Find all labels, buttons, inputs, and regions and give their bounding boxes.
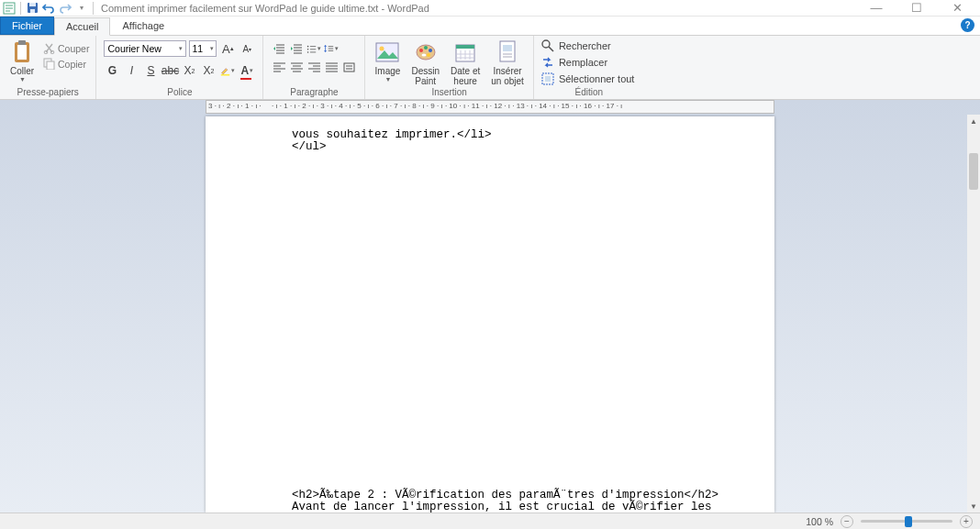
ribbon-tabs: Fichier Accueil Affichage ? — [0, 17, 980, 36]
qat-customize-icon[interactable]: ▾ — [74, 1, 89, 16]
svg-point-59 — [421, 54, 426, 57]
tab-home[interactable]: Accueil — [54, 17, 110, 36]
font-size-select[interactable]: 11▾ — [189, 40, 217, 57]
select-all-button[interactable]: Sélectionner tout — [540, 72, 639, 86]
zoom-slider[interactable] — [861, 520, 952, 523]
bold-button[interactable]: G — [104, 62, 120, 79]
svg-point-55 — [419, 49, 423, 52]
grow-font-button[interactable]: A▴ — [219, 40, 236, 57]
svg-rect-49 — [344, 63, 354, 72]
align-center-button[interactable] — [288, 59, 305, 75]
svg-point-71 — [542, 40, 550, 48]
undo-icon[interactable] — [41, 1, 56, 16]
cut-button[interactable]: Couper — [40, 41, 92, 55]
svg-line-72 — [549, 47, 553, 51]
justify-button[interactable] — [323, 59, 340, 75]
group-clipboard: Coller ▼ Couper Copier Presse-papiers — [0, 36, 96, 99]
svg-rect-13 — [47, 61, 54, 70]
insert-object-button[interactable]: Insérer un objet — [485, 38, 529, 88]
superscript-button[interactable]: X2 — [200, 62, 217, 79]
zoom-level-label: 100 % — [806, 516, 833, 527]
svg-rect-6 — [30, 9, 35, 13]
title-bar: ▾ Comment imprimer facilement sur WordPa… — [0, 0, 980, 17]
svg-rect-9 — [18, 40, 26, 45]
copy-button[interactable]: Copier — [40, 57, 92, 71]
decrease-indent-button[interactable] — [271, 40, 287, 57]
group-label-clipboard: Presse-papiers — [0, 87, 95, 99]
document-area: 3 · ı · 2 · ı · 1 · ı · · ı · 1 · ı · 2 … — [0, 100, 980, 512]
zoom-in-button[interactable]: + — [960, 515, 973, 528]
group-font: Courier New▾ 11▾ A▴ A▾ G I S abc X2 X2 — [96, 36, 263, 99]
group-label-paragraph: Paragraphe — [263, 87, 364, 99]
svg-point-24 — [307, 49, 309, 50]
scroll-up-button[interactable]: ▲ — [967, 115, 980, 127]
horizontal-ruler[interactable]: 3 · ı · 2 · ı · 1 · ı · · ı · 1 · ı · 2 … — [206, 100, 774, 114]
window-controls: ― ☐ ✕ — [864, 1, 980, 16]
svg-rect-8 — [17, 45, 27, 60]
group-paragraph: ▾ ▾ Paragraphe — [263, 36, 365, 99]
increase-indent-button[interactable] — [288, 40, 305, 57]
svg-point-57 — [429, 49, 432, 52]
highlight-button[interactable]: ▾ — [219, 62, 236, 79]
line-spacing-button[interactable]: ▾ — [323, 40, 340, 57]
svg-point-25 — [307, 51, 309, 53]
font-family-select[interactable]: Courier New▾ — [104, 40, 186, 57]
search-icon — [541, 39, 554, 52]
svg-rect-61 — [456, 45, 474, 49]
shrink-font-button[interactable]: A▾ — [239, 40, 255, 57]
svg-point-23 — [307, 46, 309, 48]
replace-button[interactable]: Remplacer — [540, 55, 639, 70]
replace-icon — [541, 56, 554, 69]
align-right-button[interactable] — [306, 59, 322, 75]
help-button[interactable]: ? — [961, 18, 974, 32]
underline-button[interactable]: S — [142, 62, 159, 79]
status-bar: 100 % − + — [0, 512, 980, 529]
group-label-font: Police — [96, 87, 262, 99]
tab-file[interactable]: Fichier — [0, 17, 54, 35]
svg-rect-5 — [29, 3, 36, 6]
insert-datetime-button[interactable]: Date et heure — [445, 38, 485, 88]
document-page[interactable]: vous souhaitez imprimer.</li> </ul><h2>Ã… — [206, 116, 774, 512]
maximize-button[interactable]: ☐ — [905, 1, 929, 16]
italic-button[interactable]: I — [123, 62, 139, 79]
svg-rect-14 — [221, 74, 229, 76]
svg-rect-74 — [545, 76, 551, 82]
scroll-down-button[interactable]: ▼ — [967, 500, 980, 512]
subscript-button[interactable]: X2 — [181, 62, 197, 79]
paragraph-dialog-button[interactable] — [340, 59, 357, 75]
minimize-button[interactable]: ― — [864, 1, 888, 16]
svg-point-53 — [380, 47, 384, 51]
strikethrough-button[interactable]: abc — [161, 62, 178, 79]
svg-point-56 — [424, 46, 428, 50]
insert-image-button[interactable]: Image▼ — [369, 38, 406, 84]
quick-access-toolbar: ▾ — [0, 1, 97, 16]
group-insert: Image▼ Dessin Paint Date et heure Insére… — [365, 36, 533, 99]
bullet-list-button[interactable]: ▾ — [306, 40, 322, 57]
tab-view[interactable]: Affichage — [110, 17, 176, 35]
zoom-out-button[interactable]: − — [841, 515, 853, 528]
redo-icon[interactable] — [58, 1, 72, 16]
wordpad-app-icon — [2, 1, 17, 16]
save-icon[interactable] — [25, 1, 39, 16]
window-title: Comment imprimer facilement sur WordPad … — [101, 3, 429, 14]
select-all-icon — [541, 72, 554, 85]
zoom-slider-thumb[interactable] — [905, 516, 912, 527]
document-text[interactable]: vous souhaitez imprimer.</li> </ul><h2>Ã… — [206, 116, 774, 512]
find-button[interactable]: Rechercher — [540, 39, 639, 53]
group-label-editing: Édition — [534, 87, 644, 99]
scroll-thumb[interactable] — [969, 153, 978, 190]
ribbon: Coller ▼ Couper Copier Presse-papiers — [0, 36, 980, 100]
group-label-insert: Insertion — [365, 87, 532, 99]
paste-button[interactable]: Coller ▼ — [4, 38, 40, 84]
svg-rect-68 — [503, 45, 512, 51]
insert-paint-button[interactable]: Dessin Paint — [406, 38, 445, 88]
close-button[interactable]: ✕ — [945, 1, 969, 16]
vertical-scrollbar[interactable]: ▲ ▼ — [967, 115, 980, 512]
group-editing: Rechercher Remplacer Sélectionner tout É… — [534, 36, 644, 99]
align-left-button[interactable] — [271, 59, 287, 75]
font-color-button[interactable]: A▾ — [239, 62, 255, 79]
svg-point-58 — [427, 53, 430, 57]
